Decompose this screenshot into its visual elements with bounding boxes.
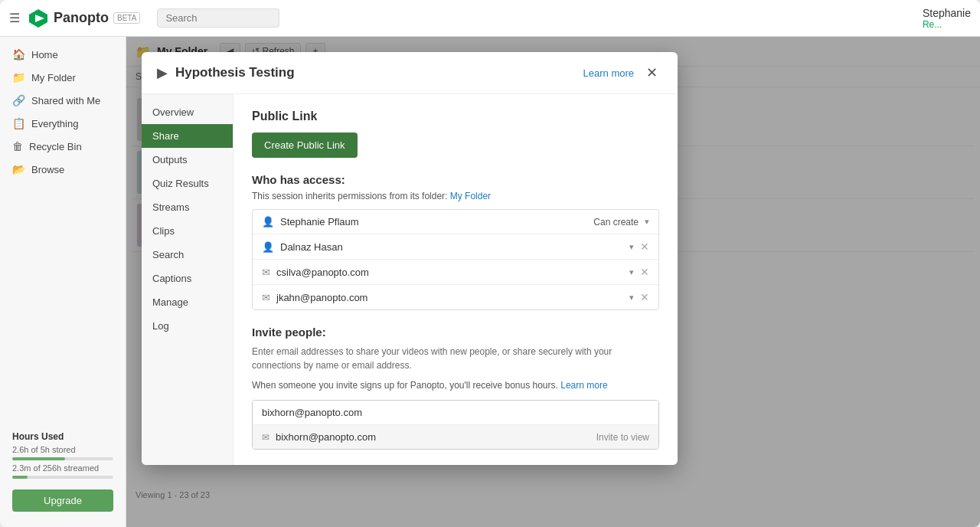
- access-dropdown[interactable]: ▾: [629, 242, 634, 252]
- chevron-down-icon: ▾: [629, 242, 634, 252]
- access-row: ✉ jkahn@panopto.com ▾ ✕: [253, 285, 658, 309]
- chevron-down-icon: ▾: [629, 267, 634, 277]
- invite-input-wrapper: ✉ bixhorn@panopto.com Invite to view: [252, 400, 659, 450]
- browse-icon: 📂: [12, 163, 25, 175]
- access-name: csilva@panopto.com: [276, 267, 623, 278]
- public-link-title: Public Link: [252, 110, 659, 123]
- sidebar-label-recyclebin: Recycle Bin: [29, 141, 82, 152]
- nav-item-streams[interactable]: Streams: [142, 195, 233, 219]
- sidebar: 🏠 Home 📁 My Folder 🔗 Shared with Me 📋 Ev…: [0, 37, 126, 527]
- streamed-progress-bar: [12, 476, 113, 479]
- recyclebin-icon: 🗑: [12, 140, 23, 152]
- modal-body: Overview Share Outputs Quiz Results Stre…: [142, 94, 678, 465]
- nav-item-outputs[interactable]: Outputs: [142, 148, 233, 172]
- user-icon: 👤: [262, 216, 274, 227]
- create-public-link-button[interactable]: Create Public Link: [252, 133, 358, 158]
- logo-text: Panopto: [54, 10, 109, 26]
- sidebar-label-myfolder: My Folder: [31, 72, 76, 83]
- sidebar-item-sharedwithme[interactable]: 🔗 Shared with Me: [0, 89, 126, 112]
- inherits-note: This session inherits permissions from i…: [252, 191, 659, 201]
- remove-access-button[interactable]: ✕: [640, 266, 649, 278]
- sidebar-label-browse: Browse: [31, 164, 64, 175]
- inherits-note-text: This session inherits permissions from i…: [252, 191, 447, 201]
- sidebar-item-myfolder[interactable]: 📁 My Folder: [0, 66, 126, 89]
- invite-email-input[interactable]: [253, 401, 658, 424]
- invite-to-view-label: Invite to view: [596, 432, 649, 443]
- modal-overlay: ▶ Hypothesis Testing Learn more ✕ Overvi…: [126, 37, 980, 527]
- bonus-learn-more-link[interactable]: Learn more: [560, 380, 607, 391]
- share-icon: 🔗: [12, 94, 25, 106]
- chevron-down-icon: ▾: [645, 217, 649, 227]
- beta-badge: BETA: [113, 12, 140, 24]
- modal-header: ▶ Hypothesis Testing Learn more ✕: [142, 52, 678, 94]
- access-dropdown[interactable]: ▾: [629, 267, 634, 277]
- sidebar-item-everything[interactable]: 📋 Everything: [0, 112, 126, 135]
- content-area: 📁 My Folder ◀ ↺ Refresh + Sort by: Name …: [126, 37, 980, 527]
- nav-item-captions[interactable]: Captions: [142, 267, 233, 290]
- hours-label: Hours Used: [12, 431, 113, 442]
- modal-title: Hypothesis Testing: [175, 65, 576, 80]
- nav-item-share[interactable]: Share: [142, 124, 233, 148]
- top-bar-right: Stephanie Re...: [923, 7, 971, 30]
- inherits-folder-link[interactable]: My Folder: [450, 191, 491, 201]
- suggest-email-icon: ✉: [262, 432, 270, 443]
- invite-title: Invite people:: [252, 326, 659, 339]
- stored-text: 2.6h of 5h stored: [12, 445, 113, 454]
- share-modal: ▶ Hypothesis Testing Learn more ✕ Overvi…: [142, 52, 678, 465]
- streamed-progress-fill: [12, 476, 28, 479]
- access-name: Stephanie Pflaum: [280, 216, 593, 227]
- access-dropdown[interactable]: ▾: [629, 293, 634, 303]
- sidebar-label-home: Home: [31, 49, 58, 61]
- modal-close-button[interactable]: ✕: [642, 63, 662, 83]
- upgrade-button[interactable]: Upgrade: [12, 489, 113, 512]
- user-name: Stephanie: [923, 7, 971, 19]
- access-row: ✉ csilva@panopto.com ▾ ✕: [253, 260, 658, 285]
- hamburger-icon[interactable]: ☰: [9, 11, 20, 25]
- user-area: Stephanie Re...: [923, 7, 971, 30]
- who-has-access-title: Who has access:: [252, 173, 659, 186]
- user-icon: 👤: [262, 241, 274, 253]
- nav-item-log[interactable]: Log: [142, 314, 233, 338]
- top-bar: ☰ Panopto BETA Stephanie Re...: [0, 0, 980, 37]
- sidebar-label-sharedwithme: Shared with Me: [31, 95, 100, 106]
- nav-item-quizresults[interactable]: Quiz Results: [142, 172, 233, 195]
- remove-access-button[interactable]: ✕: [640, 241, 649, 253]
- access-role: Can create: [593, 217, 639, 227]
- access-name: jkahn@panopto.com: [276, 292, 623, 303]
- panopto-logo-icon: [28, 8, 49, 29]
- modal-nav: Overview Share Outputs Quiz Results Stre…: [142, 94, 234, 465]
- email-icon: ✉: [262, 267, 270, 278]
- sidebar-item-browse[interactable]: 📂 Browse: [0, 158, 126, 181]
- top-bar-left: ☰ Panopto BETA: [9, 8, 279, 29]
- invite-description: Enter email addresses to share your vide…: [252, 345, 659, 372]
- logo-container: Panopto BETA: [28, 8, 140, 29]
- access-row: 👤 Dalnaz Hasan ▾ ✕: [253, 234, 658, 260]
- everything-icon: 📋: [12, 117, 25, 129]
- bonus-note: When someone you invite signs up for Pan…: [252, 380, 659, 391]
- nav-item-clips[interactable]: Clips: [142, 219, 233, 243]
- nav-item-search[interactable]: Search: [142, 243, 233, 267]
- sidebar-item-recyclebin[interactable]: 🗑 Recycle Bin: [0, 135, 126, 158]
- stored-progress-bar: [12, 457, 113, 460]
- learn-more-link[interactable]: Learn more: [583, 67, 634, 79]
- suggestion-email: bixhorn@panopto.com: [276, 431, 596, 443]
- home-icon: 🏠: [12, 48, 25, 61]
- access-row: 👤 Stephanie Pflaum Can create ▾: [253, 210, 658, 234]
- search-input[interactable]: [157, 8, 279, 28]
- chevron-down-icon: ▾: [629, 293, 634, 303]
- nav-item-manage[interactable]: Manage: [142, 290, 233, 314]
- nav-item-overview[interactable]: Overview: [142, 100, 233, 124]
- access-list: 👤 Stephanie Pflaum Can create ▾ 👤: [252, 209, 659, 310]
- main-area: 🏠 Home 📁 My Folder 🔗 Shared with Me 📋 Ev…: [0, 37, 980, 527]
- access-name: Dalnaz Hasan: [280, 241, 623, 253]
- sidebar-item-home[interactable]: 🏠 Home: [0, 43, 126, 66]
- modal-main-content: Public Link Create Public Link Who has a…: [234, 94, 678, 465]
- sidebar-bottom: Hours Used 2.6h of 5h stored 2.3m of 256…: [0, 422, 126, 521]
- invite-suggestion-row[interactable]: ✉ bixhorn@panopto.com Invite to view: [253, 424, 658, 449]
- stored-progress-fill: [12, 457, 65, 460]
- modal-video-icon: ▶: [157, 64, 168, 81]
- sidebar-label-everything: Everything: [31, 118, 78, 129]
- access-dropdown[interactable]: ▾: [645, 217, 649, 227]
- remove-access-button[interactable]: ✕: [640, 291, 649, 303]
- email-icon: ✉: [262, 292, 270, 303]
